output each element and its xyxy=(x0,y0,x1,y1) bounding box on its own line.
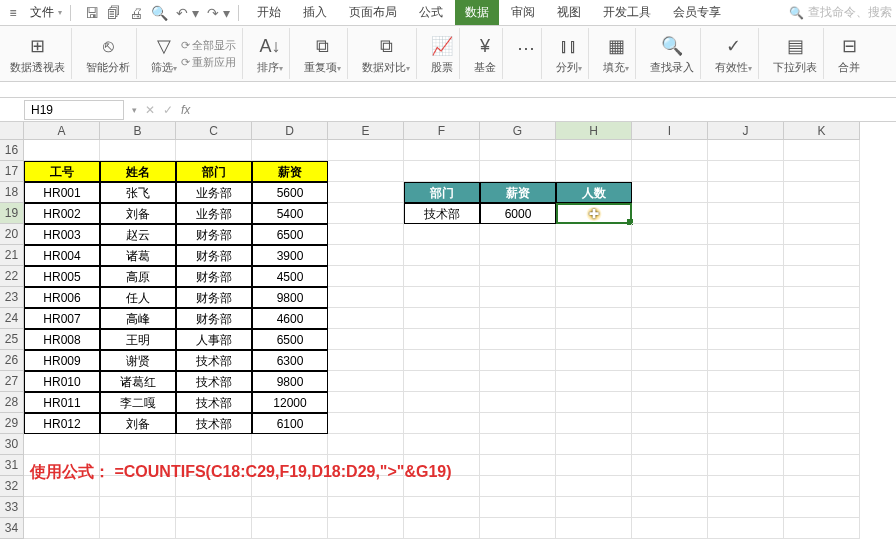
cell-id[interactable]: HR004 xyxy=(24,245,100,266)
cell-name[interactable]: 刘备 xyxy=(100,203,176,224)
cell[interactable] xyxy=(556,434,632,455)
cell[interactable] xyxy=(632,203,708,224)
cell[interactable] xyxy=(632,455,708,476)
select-all-corner[interactable] xyxy=(0,122,24,140)
cell[interactable] xyxy=(480,287,556,308)
header-salary[interactable]: 薪资 xyxy=(252,161,328,182)
cell[interactable] xyxy=(708,497,784,518)
pivot-button[interactable]: ⊞ 数据透视表 xyxy=(4,28,72,79)
cell[interactable] xyxy=(708,413,784,434)
cell[interactable] xyxy=(252,434,328,455)
row-header[interactable]: 22 xyxy=(0,266,24,287)
cell[interactable] xyxy=(556,161,632,182)
cell-dept[interactable]: 财务部 xyxy=(176,287,252,308)
name-box[interactable]: H19 xyxy=(24,100,124,120)
reapply-button[interactable]: ⟳ 重新应用 xyxy=(181,55,236,70)
cell[interactable] xyxy=(176,497,252,518)
cell-dept[interactable]: 业务部 xyxy=(176,182,252,203)
cell[interactable] xyxy=(24,140,100,161)
cell-salary[interactable]: 6100 xyxy=(252,413,328,434)
menu-icon[interactable]: ≡ xyxy=(4,4,22,22)
cell[interactable] xyxy=(24,434,100,455)
cell-id[interactable]: HR007 xyxy=(24,308,100,329)
cell[interactable] xyxy=(708,182,784,203)
cell[interactable] xyxy=(784,413,860,434)
header-dept[interactable]: 部门 xyxy=(176,161,252,182)
cell-dept[interactable]: 财务部 xyxy=(176,266,252,287)
cell[interactable] xyxy=(632,392,708,413)
file-menu[interactable]: 文件 xyxy=(24,2,60,23)
cell[interactable] xyxy=(784,434,860,455)
cell[interactable] xyxy=(632,161,708,182)
cell[interactable] xyxy=(632,182,708,203)
droplist-button[interactable]: ▤ 下拉列表 xyxy=(767,28,824,79)
row-header[interactable]: 21 xyxy=(0,245,24,266)
cell-salary[interactable]: 12000 xyxy=(252,392,328,413)
cell[interactable] xyxy=(404,308,480,329)
cell[interactable] xyxy=(328,203,404,224)
import-button[interactable]: 🔍 查找录入 xyxy=(644,28,701,79)
cell[interactable] xyxy=(176,434,252,455)
cell[interactable] xyxy=(708,329,784,350)
row-header[interactable]: 29 xyxy=(0,413,24,434)
cell[interactable] xyxy=(480,371,556,392)
cell[interactable] xyxy=(784,476,860,497)
cell[interactable] xyxy=(404,413,480,434)
row-header[interactable]: 25 xyxy=(0,329,24,350)
col-header[interactable]: C xyxy=(176,122,252,140)
filter-label[interactable]: 筛选 xyxy=(151,61,173,73)
cell-name[interactable]: 赵云 xyxy=(100,224,176,245)
cell-salary[interactable]: 9800 xyxy=(252,287,328,308)
row-header[interactable]: 34 xyxy=(0,518,24,539)
cell[interactable] xyxy=(708,476,784,497)
cell[interactable] xyxy=(480,308,556,329)
cell-name[interactable]: 王明 xyxy=(100,329,176,350)
tab-insert[interactable]: 插入 xyxy=(293,0,337,25)
print-icon[interactable]: 🖨 xyxy=(129,5,143,21)
row-header[interactable]: 24 xyxy=(0,308,24,329)
header-name[interactable]: 姓名 xyxy=(100,161,176,182)
fill-button[interactable]: ▦ 填充▾ xyxy=(597,28,636,79)
cell[interactable] xyxy=(708,455,784,476)
row-header[interactable]: 16 xyxy=(0,140,24,161)
cell[interactable] xyxy=(404,518,480,539)
cell[interactable] xyxy=(480,224,556,245)
cell-id[interactable]: HR008 xyxy=(24,329,100,350)
cell[interactable] xyxy=(480,434,556,455)
cell[interactable] xyxy=(480,476,556,497)
cell-name[interactable]: 谢贤 xyxy=(100,350,176,371)
col-header-active[interactable]: H xyxy=(556,122,632,140)
cell[interactable] xyxy=(24,497,100,518)
cell[interactable] xyxy=(632,497,708,518)
cell[interactable] xyxy=(784,161,860,182)
cell[interactable] xyxy=(556,245,632,266)
cell[interactable] xyxy=(328,308,404,329)
cell[interactable] xyxy=(784,266,860,287)
col-header[interactable]: I xyxy=(632,122,708,140)
cell[interactable] xyxy=(632,371,708,392)
undo-dropdown-icon[interactable]: ▾ xyxy=(192,5,199,21)
row-header[interactable]: 17 xyxy=(0,161,24,182)
cell[interactable] xyxy=(404,497,480,518)
tab-review[interactable]: 审阅 xyxy=(501,0,545,25)
col-header[interactable]: J xyxy=(708,122,784,140)
cell[interactable] xyxy=(784,350,860,371)
cell[interactable] xyxy=(328,245,404,266)
cell[interactable] xyxy=(404,161,480,182)
cell[interactable] xyxy=(328,371,404,392)
cell[interactable] xyxy=(632,140,708,161)
duplicates-button[interactable]: ⧉ 重复项▾ xyxy=(298,28,348,79)
cell[interactable] xyxy=(708,434,784,455)
cell[interactable] xyxy=(404,224,480,245)
formula-input[interactable] xyxy=(198,100,896,119)
cell[interactable] xyxy=(784,308,860,329)
cell[interactable] xyxy=(328,392,404,413)
cell[interactable] xyxy=(708,518,784,539)
cell[interactable] xyxy=(328,224,404,245)
active-cell[interactable]: ✚ xyxy=(556,203,632,224)
cell[interactable] xyxy=(328,182,404,203)
cell-salary[interactable]: 3900 xyxy=(252,245,328,266)
cell[interactable] xyxy=(328,140,404,161)
row-header[interactable]: 31 xyxy=(0,455,24,476)
cell[interactable] xyxy=(480,455,556,476)
